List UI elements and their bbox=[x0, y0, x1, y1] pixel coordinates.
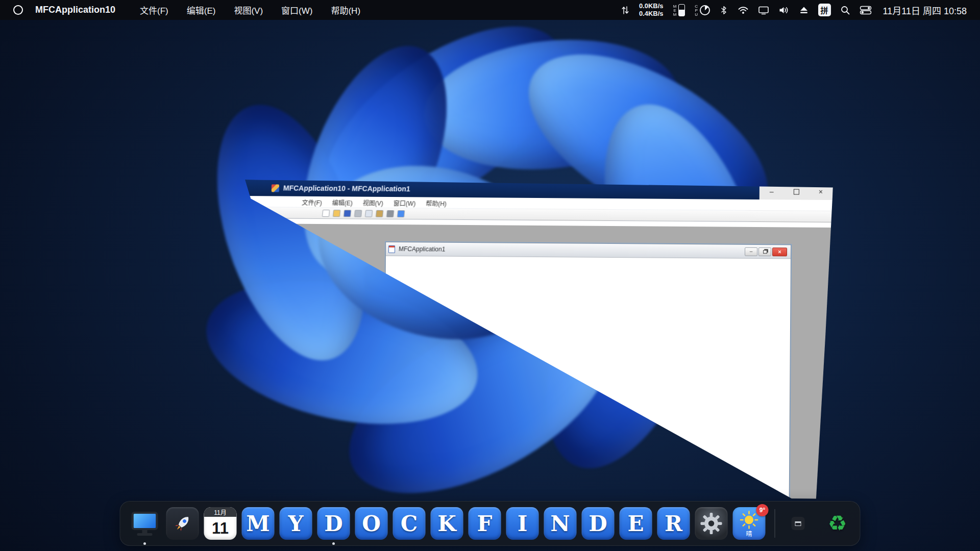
dock-item-letter-d2[interactable]: D bbox=[582, 507, 615, 540]
input-method-badge[interactable]: 拼 bbox=[818, 4, 831, 16]
network-speed: 0.0KB/s 0.4KB/s bbox=[639, 3, 664, 18]
window-menu-edit[interactable]: 编辑(E) bbox=[332, 198, 353, 207]
menu-help[interactable]: 帮助(H) bbox=[331, 4, 360, 16]
menu-window[interactable]: 窗口(W) bbox=[281, 4, 312, 16]
calendar-month: 11月 bbox=[204, 507, 237, 517]
letter-label: N bbox=[550, 511, 570, 536]
display-mirroring-icon[interactable] bbox=[758, 5, 769, 15]
letter-label: D bbox=[324, 511, 342, 536]
letter-label: M bbox=[246, 511, 270, 536]
letter-label: R bbox=[665, 511, 682, 536]
active-app-name: MFCApplication10 bbox=[35, 5, 115, 15]
toolbar-help-icon[interactable] bbox=[397, 210, 405, 217]
toolbar-new-icon[interactable] bbox=[322, 210, 330, 217]
window-glyph bbox=[795, 521, 801, 526]
dock-item-letter-n[interactable]: N bbox=[544, 507, 577, 540]
net-up-speed: 0.0KB/s bbox=[639, 3, 664, 10]
calendar-day: 11 bbox=[204, 517, 237, 540]
dock-item-calendar[interactable]: 11月 11 bbox=[204, 507, 237, 540]
dock-item-letter-c[interactable]: C bbox=[393, 507, 426, 540]
toolbar-print-icon[interactable] bbox=[386, 210, 394, 217]
window-menu-window[interactable]: 窗口(W) bbox=[393, 198, 416, 207]
dock-item-letter-k[interactable]: K bbox=[431, 507, 463, 540]
letter-label: C bbox=[401, 511, 418, 536]
memory-gauge-icon bbox=[678, 4, 685, 16]
restore-icon bbox=[763, 250, 767, 254]
letter-label: I bbox=[518, 511, 528, 536]
app-menu-list: 文件(F) 编辑(E) 视图(V) 窗口(W) 帮助(H) bbox=[140, 4, 360, 16]
app-icon bbox=[272, 184, 279, 192]
dock-item-settings[interactable] bbox=[695, 507, 728, 540]
dock-item-letter-y[interactable]: Y bbox=[280, 507, 312, 540]
eject-icon[interactable] bbox=[799, 5, 809, 15]
cpu-gauge-label: CPU bbox=[694, 4, 698, 16]
letter-label: E bbox=[627, 511, 644, 536]
menu-view[interactable]: 视图(V) bbox=[234, 4, 263, 16]
toolbar-save-icon[interactable] bbox=[344, 210, 351, 217]
dock-item-computer[interactable] bbox=[129, 507, 161, 540]
memory-gauge[interactable]: MEM bbox=[673, 4, 685, 16]
minimized-window-icon[interactable] bbox=[792, 517, 805, 530]
letter-label: K bbox=[437, 511, 456, 536]
monitor-icon bbox=[132, 512, 158, 536]
window-menu-file[interactable]: 文件(F) bbox=[302, 197, 323, 206]
window-menu-view[interactable]: 视图(V) bbox=[362, 198, 384, 207]
menu-bar: MFCApplication10 文件(F) 编辑(E) 视图(V) 窗口(W)… bbox=[0, 0, 980, 20]
control-center-icon[interactable] bbox=[860, 5, 872, 15]
dock-item-letter-o[interactable]: O bbox=[355, 507, 388, 540]
document-title: MFCApplication1 bbox=[398, 245, 446, 253]
dock-item-weather[interactable]: 9° 晴 bbox=[733, 507, 766, 540]
dock-item-letter-f[interactable]: F bbox=[469, 507, 501, 540]
weather-condition-label: 晴 bbox=[733, 529, 766, 538]
toolbar-cut-icon[interactable] bbox=[354, 210, 362, 217]
dock-item-letter-d1[interactable]: D bbox=[317, 507, 350, 540]
child-restore-button[interactable] bbox=[758, 247, 771, 256]
dock-item-letter-r[interactable]: R bbox=[657, 507, 690, 540]
clock[interactable]: 11月11日 周四 10:58 bbox=[883, 4, 967, 17]
window-menu-help[interactable]: 帮助(H) bbox=[426, 198, 447, 207]
wifi-icon[interactable] bbox=[738, 5, 749, 15]
maximize-icon bbox=[793, 189, 799, 194]
toolbar-paste-icon[interactable] bbox=[376, 210, 383, 217]
dock: 11月 11 M Y D O C K F I N D E R bbox=[120, 501, 861, 546]
dock-item-letter-e[interactable]: E bbox=[620, 507, 652, 540]
child-minimize-button[interactable]: – bbox=[745, 247, 757, 256]
dock-item-letter-m[interactable]: M bbox=[242, 507, 275, 540]
dock-item-letter-i[interactable]: I bbox=[506, 507, 539, 540]
cpu-gauge[interactable]: CPU bbox=[694, 4, 710, 16]
recycle-icon: ♻ bbox=[828, 513, 847, 534]
toolbar-copy-icon[interactable] bbox=[365, 210, 373, 217]
volume-icon[interactable] bbox=[778, 5, 790, 15]
letter-label: O bbox=[362, 511, 381, 536]
memory-gauge-label: MEM bbox=[673, 4, 677, 16]
window-title: MFCApplication10 - MFCApplication1 bbox=[283, 184, 410, 193]
dock-item-recycle-bin[interactable]: ♻ bbox=[823, 507, 852, 540]
document-icon bbox=[388, 245, 395, 253]
letter-label: D bbox=[589, 511, 607, 536]
dock-item-launchpad[interactable] bbox=[166, 507, 199, 540]
gear-icon bbox=[700, 512, 723, 535]
search-icon[interactable] bbox=[840, 5, 850, 15]
status-tray: 0.0KB/s 0.4KB/s MEM CPU 拼 bbox=[621, 3, 967, 18]
rocket-icon bbox=[172, 513, 193, 534]
net-down-speed: 0.4KB/s bbox=[639, 10, 664, 18]
dock-separator bbox=[775, 509, 775, 538]
document-controls: – × bbox=[745, 247, 788, 256]
bluetooth-icon[interactable] bbox=[719, 5, 728, 15]
weather-temp-badge: 9° bbox=[756, 504, 769, 516]
network-traffic-icon[interactable] bbox=[621, 5, 630, 15]
cpu-gauge-icon bbox=[700, 5, 710, 15]
menu-file[interactable]: 文件(F) bbox=[140, 4, 168, 16]
child-close-button[interactable]: × bbox=[772, 247, 787, 256]
letter-label: F bbox=[477, 511, 493, 536]
menu-edit[interactable]: 编辑(E) bbox=[187, 4, 216, 16]
system-logo-icon[interactable] bbox=[13, 5, 23, 15]
toolbar-open-icon[interactable] bbox=[333, 210, 340, 217]
letter-label: Y bbox=[288, 511, 304, 536]
